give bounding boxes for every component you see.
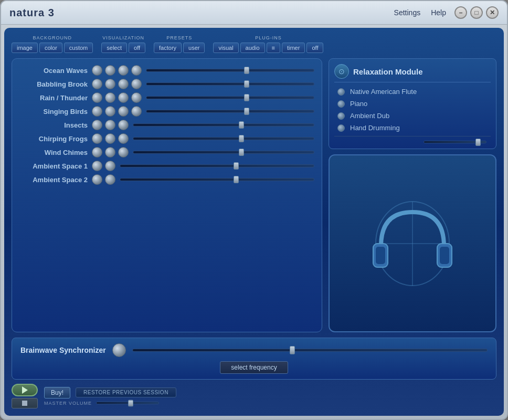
knob[interactable] bbox=[92, 161, 102, 171]
viz-off-button[interactable]: off bbox=[129, 43, 145, 53]
sound-wind-chimes-label: Wind Chimes bbox=[19, 149, 88, 156]
restore-session-button[interactable]: RESTORE PREVIOUS SESSION bbox=[76, 387, 176, 397]
knob[interactable] bbox=[118, 120, 129, 130]
singing-birds-slider[interactable] bbox=[146, 110, 314, 113]
brainwave-panel: Brainwave Synchronizer select frequency bbox=[12, 338, 496, 380]
knob[interactable] bbox=[105, 106, 115, 117]
viz-select-button[interactable]: select bbox=[101, 43, 127, 53]
knob[interactable] bbox=[92, 79, 102, 89]
babbling-brook-slider[interactable] bbox=[146, 82, 314, 86]
knob[interactable] bbox=[105, 133, 115, 144]
list-item[interactable]: Ambient Dub bbox=[337, 112, 488, 120]
presets-user-button[interactable]: user bbox=[183, 43, 205, 53]
maximize-button[interactable]: □ bbox=[470, 6, 483, 19]
relaxation-title: Relaxation Module bbox=[353, 67, 423, 76]
presets-label: PRESETS bbox=[166, 35, 192, 40]
knob[interactable] bbox=[105, 92, 115, 103]
knob[interactable] bbox=[105, 120, 115, 130]
knob[interactable] bbox=[118, 133, 129, 144]
plugins-menu-button[interactable]: ≡ bbox=[267, 43, 280, 53]
buy-button[interactable]: Buy! bbox=[44, 387, 70, 398]
master-volume-slider[interactable] bbox=[96, 402, 159, 404]
ambient-space2-slider[interactable] bbox=[120, 178, 314, 181]
ocean-waves-knobs bbox=[92, 65, 142, 76]
relaxation-slider[interactable] bbox=[424, 141, 486, 143]
list-item[interactable]: Native American Flute bbox=[337, 88, 488, 96]
singing-birds-thumb bbox=[244, 108, 249, 115]
relaxation-item-label: Hand Drumming bbox=[350, 124, 400, 132]
knob[interactable] bbox=[131, 106, 142, 117]
knob[interactable] bbox=[92, 133, 102, 144]
list-item[interactable]: Hand Drumming bbox=[337, 124, 488, 132]
knob[interactable] bbox=[105, 79, 115, 89]
background-label: BACKGROUND bbox=[33, 35, 72, 40]
knob[interactable] bbox=[92, 174, 102, 185]
table-row: Rain / Thunder bbox=[19, 92, 314, 103]
knob[interactable] bbox=[118, 79, 129, 89]
headphone-graphic bbox=[360, 196, 465, 291]
ambient-space1-thumb bbox=[234, 162, 239, 170]
knob[interactable] bbox=[105, 147, 115, 158]
minimize-button[interactable]: – bbox=[454, 6, 467, 19]
presets-buttons: factory user bbox=[154, 43, 205, 53]
plugins-timer-button[interactable]: timer bbox=[282, 43, 305, 53]
bg-color-button[interactable]: color bbox=[39, 43, 62, 53]
plugins-audio-button[interactable]: audio bbox=[240, 43, 265, 53]
close-button[interactable]: ✕ bbox=[486, 6, 499, 19]
insects-slider[interactable] bbox=[133, 123, 314, 127]
play-icon bbox=[22, 386, 28, 394]
plugins-visual-button[interactable]: visual bbox=[213, 43, 238, 53]
play-button[interactable] bbox=[12, 384, 38, 396]
knob[interactable] bbox=[131, 92, 142, 103]
master-volume-thumb bbox=[128, 400, 133, 406]
list-item[interactable]: Piano bbox=[337, 100, 488, 108]
brainwave-knob[interactable] bbox=[112, 343, 126, 357]
knob[interactable] bbox=[118, 65, 129, 76]
plugins-off-button[interactable]: off bbox=[306, 43, 323, 53]
visualization-group: VISUALIZATION select off bbox=[101, 35, 145, 53]
brainwave-slider[interactable] bbox=[132, 349, 488, 352]
ambient-space1-slider[interactable] bbox=[120, 164, 314, 167]
radio-button[interactable] bbox=[337, 112, 345, 120]
knob[interactable] bbox=[131, 65, 142, 76]
bg-custom-button[interactable]: custom bbox=[64, 43, 93, 53]
svg-rect-4 bbox=[376, 247, 385, 264]
knob[interactable] bbox=[118, 147, 129, 158]
knob[interactable] bbox=[92, 106, 102, 117]
headphone-display bbox=[329, 154, 496, 332]
right-panel: ⊙ Relaxation Module Native American Flut… bbox=[329, 58, 496, 332]
radio-button[interactable] bbox=[337, 100, 345, 108]
relaxation-items: Native American Flute Piano Ambient Dub bbox=[334, 88, 491, 132]
knob[interactable] bbox=[105, 161, 115, 171]
menu-settings[interactable]: Settings bbox=[394, 8, 421, 17]
ocean-waves-slider[interactable] bbox=[146, 69, 314, 72]
knob[interactable] bbox=[105, 65, 115, 76]
menu-help[interactable]: Help bbox=[431, 8, 446, 17]
presets-factory-button[interactable]: factory bbox=[154, 43, 182, 53]
table-row: Singing Birds bbox=[19, 106, 314, 117]
knob[interactable] bbox=[92, 147, 102, 158]
knob[interactable] bbox=[92, 92, 102, 103]
title-bar: natura 3 Settings Help – □ ✕ bbox=[1, 1, 507, 25]
chirping-frogs-slider[interactable] bbox=[133, 137, 314, 140]
table-row: Chirping Frogs bbox=[19, 133, 314, 144]
radio-button[interactable] bbox=[337, 124, 345, 132]
brainwave-label: Brainwave Synchronizer bbox=[20, 346, 106, 354]
radio-button[interactable] bbox=[337, 88, 345, 96]
knob[interactable] bbox=[92, 120, 102, 130]
table-row: Insects bbox=[19, 120, 314, 130]
svg-rect-6 bbox=[440, 247, 449, 264]
rain-thunder-slider[interactable] bbox=[146, 96, 314, 99]
knob[interactable] bbox=[92, 65, 102, 76]
bg-image-button[interactable]: image bbox=[12, 43, 38, 53]
knob[interactable] bbox=[105, 174, 115, 185]
sound-insects-label: Insects bbox=[19, 121, 88, 129]
knob[interactable] bbox=[118, 106, 129, 117]
plugins-buttons: visual audio ≡ timer off bbox=[213, 43, 323, 53]
knob[interactable] bbox=[118, 92, 129, 103]
wind-chimes-slider[interactable] bbox=[133, 151, 314, 154]
stop-button[interactable] bbox=[12, 398, 38, 408]
knob[interactable] bbox=[131, 79, 142, 89]
master-volume-label: MASTER VOLUME bbox=[44, 401, 92, 406]
select-frequency-button[interactable]: select frequency bbox=[220, 361, 288, 374]
